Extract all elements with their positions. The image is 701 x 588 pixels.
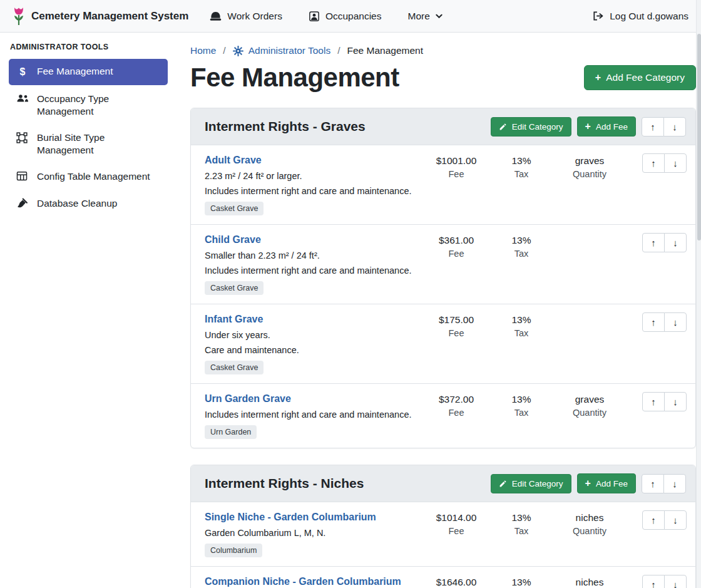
fee-quantity-label: Quantity (553, 169, 627, 179)
fee-tax-col: 13% Tax (490, 392, 553, 418)
fee-info: Urn Garden Grave Includes interment righ… (205, 392, 422, 439)
fee-tax-label: Tax (490, 328, 553, 338)
nav-item-more[interactable]: More (408, 11, 443, 22)
fee-quantity-col: graves Quantity (553, 153, 627, 179)
fee-tax-label: Tax (490, 249, 553, 259)
move-fee-down-button[interactable]: ↓ (664, 510, 687, 530)
move-category-up-button[interactable]: ↑ (642, 117, 664, 137)
move-category-down-button[interactable]: ↓ (663, 117, 686, 137)
top-navbar: Cemetery Management System Work Orders O… (0, 0, 701, 33)
fee-row: Single Niche - Garden Columbarium Garden… (191, 502, 695, 566)
chevron-down-icon (436, 14, 443, 19)
breadcrumb-separator: / (337, 45, 340, 56)
breadcrumb-separator: / (223, 45, 225, 56)
sidebar-item-database-cleanup[interactable]: Database Cleanup (9, 191, 168, 216)
fee-tax-value: 13% (490, 235, 553, 246)
add-fee-button[interactable]: + Add Fee (577, 473, 636, 493)
move-fee-up-button[interactable]: ↑ (642, 312, 665, 332)
sidebar-item-config-table-management[interactable]: Config Table Management (9, 164, 168, 189)
main-content: Home / (175, 33, 701, 588)
app-brand-label: Cemetery Management System (31, 10, 188, 23)
sidebar-item-label: Fee Management (37, 65, 113, 78)
nav-item-work-orders[interactable]: Work Orders (210, 11, 282, 22)
fee-name-link[interactable]: Infant Grave (205, 314, 263, 325)
scrollbar-thumb[interactable] (697, 34, 701, 240)
fee-quantity-label: Quantity (553, 526, 627, 536)
move-fee-up-button[interactable]: ↑ (642, 392, 665, 411)
fee-amount-label: Fee (422, 249, 490, 259)
navbar-links: Work Orders Occupancies More (210, 11, 443, 22)
arrow-up-icon: ↑ (651, 396, 656, 407)
fee-tax-label: Tax (490, 408, 553, 418)
app-brand[interactable]: Cemetery Management System (13, 7, 188, 26)
plus-icon: + (595, 73, 601, 83)
category-title: Interment Rights - Niches (205, 476, 364, 491)
move-fee-up-button[interactable]: ↑ (642, 575, 665, 588)
arrow-up-icon: ↑ (651, 317, 656, 328)
move-fee-down-button[interactable]: ↓ (664, 575, 687, 588)
pencil-icon (499, 480, 507, 488)
add-fee-category-button[interactable]: + Add Fee Category (584, 65, 696, 90)
nav-item-label: Occupancies (325, 11, 382, 22)
move-fee-down-button[interactable]: ↓ (664, 312, 687, 332)
arrow-up-icon: ↑ (651, 515, 656, 525)
fee-name-link[interactable]: Single Niche - Garden Columbarium (205, 512, 376, 523)
plus-icon: + (585, 121, 591, 132)
logout-button[interactable]: Log Out d.gowans (592, 11, 688, 22)
fee-tax-col: 13% Tax (490, 153, 553, 179)
nav-item-occupancies[interactable]: Occupancies (309, 11, 382, 22)
fee-description: Includes interment right and care and ma… (205, 266, 422, 276)
hard-hat-icon (210, 11, 222, 22)
dollar-icon: $ (16, 66, 29, 79)
breadcrumb-home-link[interactable]: Home (190, 45, 216, 56)
breadcrumb-current: Fee Management (347, 45, 424, 56)
move-fee-down-button[interactable]: ↓ (664, 153, 687, 173)
sidebar-item-burial-site-type-management[interactable]: Burial Site Type Management (9, 125, 168, 163)
edit-category-button[interactable]: Edit Category (491, 474, 571, 493)
gear-icon (233, 46, 243, 56)
fee-name-link[interactable]: Adult Grave (205, 155, 262, 166)
fee-category-card-graves: Interment Rights - Graves Edit Category … (190, 108, 696, 448)
category-reorder-group: ↑ ↓ (642, 117, 686, 137)
fee-name-link[interactable]: Urn Garden Grave (205, 393, 291, 405)
sidebar-item-fee-management[interactable]: $ Fee Management (9, 59, 168, 85)
fee-amount-value: $1001.00 (422, 155, 490, 167)
fee-info: Infant Grave Under six years. Care and m… (205, 312, 422, 374)
sidebar-heading: Administrator Tools (10, 43, 168, 51)
fee-tax-value: 13% (490, 512, 553, 524)
fee-reorder-group: ↑ ↓ (642, 312, 687, 332)
breadcrumb-admin-tools-link[interactable]: Administrator Tools (233, 45, 331, 56)
move-fee-up-button[interactable]: ↑ (642, 153, 665, 173)
logout-icon (592, 11, 604, 21)
nav-item-label: Work Orders (227, 11, 282, 22)
category-header: Interment Rights - Graves Edit Category … (191, 108, 695, 145)
add-fee-category-label: Add Fee Category (606, 72, 685, 83)
arrow-up-icon: ↑ (650, 478, 655, 489)
fee-reorder-group: ↑ ↓ (642, 153, 687, 173)
fee-amount-value: $1646.00 (422, 577, 490, 588)
move-category-down-button[interactable]: ↓ (663, 474, 686, 493)
fee-tax-value: 13% (490, 314, 553, 326)
move-fee-down-button[interactable]: ↓ (664, 233, 687, 252)
breadcrumb-home-label: Home (190, 45, 216, 56)
move-fee-down-button[interactable]: ↓ (664, 392, 687, 411)
arrow-up-icon: ↑ (650, 121, 655, 132)
vertical-scrollbar[interactable] (696, 0, 701, 588)
fee-reorder-group: ↑ ↓ (642, 233, 687, 252)
category-reorder-group: ↑ ↓ (642, 474, 686, 493)
arrow-down-icon: ↓ (673, 317, 678, 328)
fee-name-link[interactable]: Companion Niche - Garden Columbarium (205, 576, 401, 587)
breadcrumb-admin-tools-label: Administrator Tools (248, 45, 331, 56)
fee-amount-value: $372.00 (422, 394, 490, 405)
move-category-up-button[interactable]: ↑ (642, 474, 664, 493)
edit-category-button[interactable]: Edit Category (491, 117, 571, 137)
fee-info: Child Grave Smaller than 2.23 m² / 24 ft… (205, 233, 422, 295)
sidebar-item-label: Occupancy Type Management (37, 93, 160, 118)
add-fee-button[interactable]: + Add Fee (577, 116, 636, 137)
arrow-up-icon: ↑ (651, 579, 656, 588)
fee-amount-value: $175.00 (422, 314, 490, 326)
move-fee-up-button[interactable]: ↑ (642, 510, 665, 530)
sidebar-item-occupancy-type-management[interactable]: Occupancy Type Management (9, 86, 168, 124)
move-fee-up-button[interactable]: ↑ (642, 233, 665, 252)
fee-name-link[interactable]: Child Grave (205, 234, 261, 245)
